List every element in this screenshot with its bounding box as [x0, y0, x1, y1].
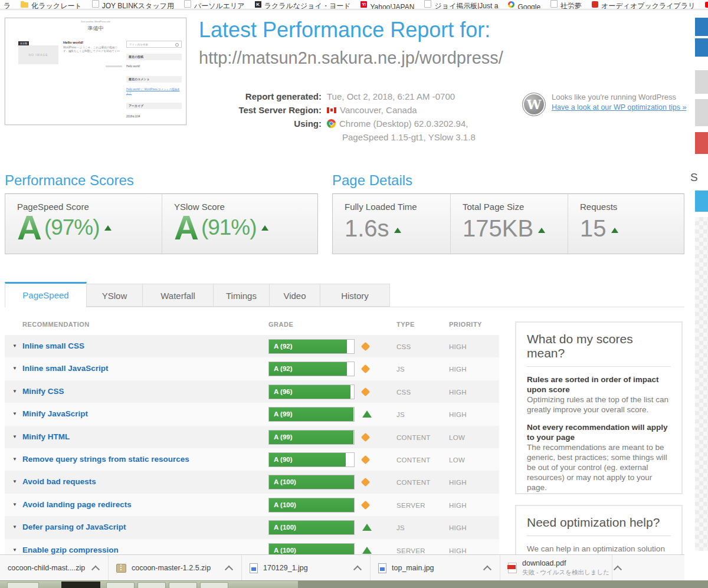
test-region-value: Vancouver, Canada [340, 103, 417, 117]
bookmark-item[interactable]: ジョイ掲示板|Just a [424, 0, 498, 9]
table-row: ▼Minify CSSA (96)CSSHIGH [5, 380, 499, 403]
bookmark-item[interactable]: JOY BLINKスタッフ用 [92, 0, 174, 9]
recommendation-link[interactable]: Minify HTML [22, 432, 70, 441]
tab-video[interactable]: Video [270, 284, 320, 307]
download-item[interactable]: 170129_1.jpg [242, 555, 371, 581]
bookmark-label: Google [517, 3, 540, 9]
chevron-up-icon[interactable] [353, 566, 362, 574]
ad-block[interactable] [695, 18, 708, 36]
download-item[interactable]: cocoon-child-mast....zip [0, 555, 109, 581]
expand-caret-icon[interactable]: ▼ [12, 366, 17, 371]
taskbar-button[interactable] [106, 582, 135, 588]
bookmark-label: 社労夢 [560, 1, 582, 9]
download-text: download.pdf失敗 - ウイルスを検出しました [522, 559, 609, 577]
grade-unchanged-icon [361, 455, 371, 465]
col-priority: PRIORITY [449, 321, 482, 328]
bookmark-label: パーソルエリア [194, 1, 245, 9]
thumb-recent-posts-heading: 最近の投稿 [126, 54, 182, 60]
yslow-grade: A [174, 211, 199, 245]
tab-yslow[interactable]: YSlow [87, 284, 143, 307]
recommendation-link[interactable]: Inline small JavaScript [22, 364, 109, 373]
expand-caret-icon[interactable]: ▼ [12, 343, 17, 349]
taskbar-button[interactable] [137, 582, 166, 588]
recommendation-link[interactable]: Avoid bad requests [22, 477, 96, 486]
grade-bar: A (99) [268, 407, 355, 422]
recommendation-link[interactable]: Minify CSS [22, 387, 64, 396]
taskbar-button[interactable] [169, 582, 197, 588]
table-header: RECOMMENDATION GRADE TYPE PRIORITY [5, 318, 499, 331]
ad-block[interactable] [695, 70, 708, 94]
expand-caret-icon[interactable]: ▼ [12, 434, 17, 439]
download-status: 失敗 - ウイルスを検出しました [522, 569, 609, 577]
fully-loaded-time-value: 1.6s [345, 215, 389, 241]
expand-caret-icon[interactable]: ▼ [12, 456, 17, 462]
explainer-body-2: The recommendations are meant to be gene… [527, 442, 671, 492]
recommendation-link[interactable]: Defer parsing of JavaScript [22, 523, 126, 531]
type-cell: CSS [396, 389, 411, 396]
tab-waterfall[interactable]: Waterfall [143, 284, 214, 307]
recommendation-link[interactable]: Avoid landing page redirects [22, 500, 132, 509]
tab-timings[interactable]: Timings [214, 284, 270, 307]
taskbar-button[interactable] [200, 582, 228, 588]
using-label: Using: [199, 117, 322, 130]
table-row: ▼Inline small JavaScriptA (92)JSHIGH [5, 357, 499, 380]
pagespeed-percent: (97%) [44, 215, 100, 240]
tab-history[interactable]: History [320, 284, 390, 307]
bookmark-item[interactable]: Kラクラルなジョイ・ヨード [255, 0, 351, 9]
ad-block[interactable] [695, 132, 708, 154]
thumb-recent-comments-heading: 最近のコメント [126, 76, 182, 83]
download-item[interactable]: top_main.jpg [371, 555, 500, 581]
expand-caret-icon[interactable]: ▼ [12, 524, 17, 530]
total-page-size-value: 175KB [463, 215, 533, 241]
download-item[interactable]: cocoon-master-1.2.5.zip [109, 555, 242, 581]
tab-pagespeed[interactable]: PageSpeed [5, 282, 87, 307]
chevron-up-icon[interactable] [91, 566, 100, 574]
report-generated-label: Report generated: [199, 90, 322, 103]
chevron-up-icon[interactable] [483, 566, 491, 574]
page-icon [550, 0, 558, 8]
ad-block[interactable] [695, 190, 708, 212]
bookmark-label: ラクラルなジョイ・ヨード [264, 1, 351, 9]
bookmark-item[interactable]: Google [508, 0, 540, 9]
report-meta: Report generated: Tue, Oct 2, 2018, 6:21… [199, 90, 476, 144]
image-file-icon [378, 563, 386, 573]
bookmark-item[interactable]: パーソルエリア [184, 0, 245, 9]
scores-explainer-box: What do my scores mean? Rules are sorted… [515, 321, 683, 494]
bookmark-item[interactable]: Y!Yahoo!JAPAN [360, 0, 414, 9]
chevron-up-icon[interactable] [225, 566, 233, 574]
bookmark-item[interactable]: ラ [4, 0, 11, 9]
wordpress-notice-text: Looks like you're running WordPress [552, 93, 686, 101]
grade-bar: A (90) [268, 452, 355, 467]
table-row: ▼Minify HTMLA (99)CONTENTLOW [5, 426, 499, 448]
grade-bar: A (96) [268, 385, 355, 399]
expand-caret-icon[interactable]: ▼ [12, 502, 17, 507]
download-item[interactable]: download.pdf失敗 - ウイルスを検出しました [500, 555, 612, 581]
taskbar-button[interactable] [7, 582, 39, 588]
right-strip-letter: S [690, 171, 698, 184]
thumb-archive-item: 2018年10月 [126, 115, 140, 118]
recommendation-link[interactable]: Enable gzip compression [22, 546, 119, 554]
ad-block[interactable] [695, 38, 708, 57]
wp-optimization-tips-link[interactable]: Have a look at our WP optimization tips … [552, 103, 686, 111]
expand-caret-icon[interactable]: ▼ [12, 389, 17, 394]
chevron-up-icon[interactable] [614, 566, 622, 574]
recommendation-link[interactable]: Minify JavaScript [22, 409, 88, 418]
bookmark-item[interactable]: YouTube [705, 0, 708, 9]
expand-caret-icon[interactable]: ▼ [12, 479, 17, 484]
bookmark-label: ジョイ掲示板|Just a [434, 1, 498, 9]
recommendation-link[interactable]: Remove query strings from static resourc… [22, 455, 189, 464]
bookmark-item[interactable]: 化ラックレート [21, 0, 81, 9]
grade-bar: A (100) [268, 475, 355, 490]
ad-block[interactable] [695, 99, 708, 126]
bookmark-item[interactable]: オーディオブックライブラリ [592, 0, 695, 9]
recommendation-link[interactable]: Inline small CSS [22, 341, 84, 350]
type-cell: SERVER [396, 502, 425, 509]
recommendations-table: ▼Inline small CSSA (92)CSSHIGH▼Inline sm… [5, 335, 499, 561]
bookmark-item[interactable]: 社労夢 [550, 0, 582, 9]
using-value-line1: Chrome (Desktop) 62.0.3202.94, [339, 117, 468, 130]
page-thumbnail[interactable]: Just another WordPress site 準備中 未分類 NO I… [5, 18, 186, 125]
expand-caret-icon[interactable]: ▼ [12, 547, 17, 553]
download-filename: cocoon-master-1.2.5.zip [132, 564, 211, 572]
scores-explainer-title: What do my scores mean? [527, 332, 671, 367]
expand-caret-icon[interactable]: ▼ [12, 411, 17, 416]
